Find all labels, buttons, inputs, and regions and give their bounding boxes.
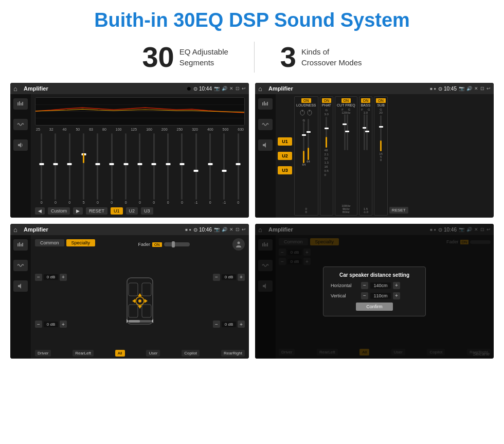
nav-driver[interactable]: Driver	[35, 350, 51, 357]
screen1-content: 25 32 40 50 63 80 100 125 160 200 250 32…	[10, 94, 249, 218]
freq-400: 400	[207, 128, 213, 131]
slider-11[interactable]: 0	[175, 133, 188, 204]
slider-15[interactable]: 0	[232, 133, 245, 204]
u3-button[interactable]: U3	[141, 207, 153, 215]
stat-crossover-label: Kinds ofCrossover Modes	[301, 46, 362, 68]
screen2-content: U1 U2 U3 ON LOUDNESS G	[255, 94, 494, 218]
svg-marker-34	[145, 299, 148, 303]
sidebar-btn-eq-3[interactable]	[13, 239, 28, 251]
horizontal-plus[interactable]: +	[393, 282, 400, 289]
back-icon-2[interactable]: ↩	[487, 86, 491, 91]
slider-13[interactable]: 0	[204, 133, 217, 204]
speaker-layout-area: − 0 dB + − 0 dB +	[35, 254, 245, 348]
confirm-button[interactable]: Confirm	[356, 303, 393, 311]
freq-63: 63	[89, 128, 93, 131]
volume-icon-3: 🔊	[222, 227, 227, 232]
slider-6[interactable]: 0	[105, 133, 118, 204]
screen2-time: ⊙ 10:45	[438, 86, 457, 92]
screen-distance: ⌂ Amplifier ■ ● ⊙ 10:46 📷 🔊 ✕ ⊡ ↩	[255, 224, 494, 359]
crossover-reset-btn[interactable]: RESET	[389, 207, 408, 214]
phat-vals: 3.0 48 2.1 32 1.3 16 0.5 0	[325, 113, 329, 214]
car-person-icon[interactable]	[232, 238, 245, 251]
slider-4[interactable]: 5	[77, 133, 90, 204]
sidebar-btn-wave-3[interactable]	[13, 260, 28, 271]
close-icon-2[interactable]: ✕	[474, 86, 478, 91]
tab-specialty[interactable]: Specialty	[66, 239, 96, 246]
page-title: Buith-in 30EQ DSP Sound System	[0, 0, 504, 37]
close-icon-1[interactable]: ✕	[229, 86, 233, 91]
prev-button[interactable]: ◀	[35, 207, 45, 215]
phat-on[interactable]: ON	[322, 98, 332, 103]
sidebar-btn-vol-2[interactable]	[258, 139, 273, 151]
expand-icon-3[interactable]: ⊡	[236, 227, 240, 232]
slider-14[interactable]: -1	[218, 133, 230, 204]
back-icon-3[interactable]: ↩	[242, 227, 246, 232]
fader-track[interactable]	[164, 242, 190, 246]
camera-icon-2: 📷	[459, 86, 464, 91]
nav-all[interactable]: All	[115, 350, 125, 357]
fader-on-badge: ON	[152, 242, 162, 247]
bass-on[interactable]: ON	[361, 98, 371, 103]
u2-button[interactable]: U2	[126, 207, 138, 215]
sidebar-btn-eq[interactable]	[13, 98, 28, 110]
db-minus-2[interactable]: −	[35, 321, 42, 328]
slider-9[interactable]: 0	[148, 133, 160, 204]
slider-5[interactable]: 0	[91, 133, 104, 204]
sidebar-btn-vol-3[interactable]	[13, 280, 28, 292]
db-plus-2[interactable]: +	[60, 321, 67, 328]
u3-crossover-btn[interactable]: U3	[278, 166, 292, 174]
db-minus-3[interactable]: −	[213, 274, 220, 281]
home-icon-1[interactable]: ⌂	[13, 84, 22, 93]
vertical-plus[interactable]: +	[393, 292, 400, 299]
loudness-on[interactable]: ON	[301, 98, 311, 103]
home-icon-2[interactable]: ⌂	[258, 84, 266, 93]
svg-marker-13	[263, 143, 266, 148]
u-buttons-col: U1 U2 U3	[276, 94, 294, 218]
slider-12[interactable]: -1	[190, 133, 203, 204]
horizontal-minus[interactable]: −	[361, 282, 368, 289]
db-plus-1[interactable]: +	[60, 274, 67, 281]
db-plus-4[interactable]: +	[238, 321, 245, 328]
cutfreq-on[interactable]: ON	[341, 98, 351, 103]
preset-button[interactable]: Custom	[48, 207, 70, 215]
nav-user[interactable]: User	[146, 350, 160, 357]
nav-copilot[interactable]: Copilot	[182, 350, 200, 357]
back-icon-1[interactable]: ↩	[242, 86, 246, 91]
dialog-title: Car speaker distance setting	[331, 272, 418, 278]
slider-3[interactable]: 0	[63, 133, 76, 204]
db-minus-1[interactable]: −	[35, 274, 42, 281]
db-minus-4[interactable]: −	[213, 321, 220, 328]
expand-icon-1[interactable]: ⊡	[236, 86, 240, 91]
u2-crossover-btn[interactable]: U2	[278, 152, 292, 160]
db-row-1: − 0 dB +	[35, 274, 67, 281]
expand-icon-2[interactable]: ⊡	[480, 86, 484, 91]
slider-7[interactable]: 0	[119, 133, 132, 204]
nav-rearright[interactable]: RearRight	[221, 350, 245, 357]
u1-crossover-btn[interactable]: U1	[278, 137, 292, 146]
next-button[interactable]: ▶	[73, 207, 83, 215]
sub-on[interactable]: ON	[376, 98, 386, 103]
slider-8[interactable]: 0	[133, 133, 146, 204]
loudness-label: LOUDNESS	[296, 103, 316, 107]
screen3-time: ⊙ 10:46	[193, 227, 212, 233]
freq-50: 50	[76, 128, 80, 131]
vertical-minus[interactable]: −	[361, 292, 368, 299]
svg-rect-2	[21, 103, 22, 105]
sidebar-btn-eq-2[interactable]	[258, 98, 273, 110]
tab-common[interactable]: Common	[35, 239, 64, 246]
home-icon-3[interactable]: ⌂	[13, 225, 22, 234]
db-plus-3[interactable]: +	[238, 274, 245, 281]
close-icon-3[interactable]: ✕	[229, 227, 233, 232]
slider-10[interactable]: 0	[161, 133, 174, 204]
svg-rect-26	[142, 283, 151, 296]
reset-button[interactable]: RESET	[86, 207, 107, 215]
sidebar-btn-wave-2[interactable]	[258, 119, 273, 130]
sidebar-btn-vol[interactable]	[13, 139, 28, 151]
slider-2[interactable]: 0	[49, 133, 62, 204]
db-value-4: 0 dB	[222, 322, 236, 327]
freq-100: 100	[116, 128, 122, 131]
u1-button[interactable]: U1	[111, 207, 123, 215]
slider-1[interactable]: 0	[35, 133, 48, 204]
sidebar-btn-wave[interactable]	[13, 119, 28, 130]
nav-rearleft[interactable]: RearLeft	[73, 350, 94, 357]
